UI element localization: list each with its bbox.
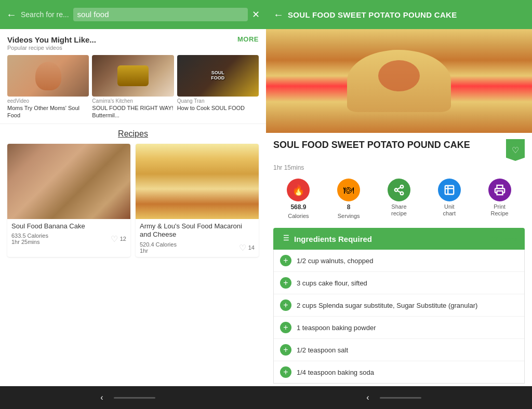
recipe-meta-right-1: ♡ 12 [111, 234, 126, 244]
recipe-full-title: SOUL FOOD SWEET POTATO POUND CAKE [273, 139, 501, 151]
ingredient-item-4: + 1 teaspoon baking powder [274, 317, 524, 339]
recipe-meta-1: 633.5 Calories 1hr 25mins ♡ 12 [11, 233, 126, 245]
recipe-calories-1: 633.5 Calories [11, 233, 48, 239]
recipe-card-2[interactable]: Army & Lou's Soul Food Macaroni and Chee… [136, 144, 259, 257]
ingredient-text-3: 2 cups Splenda sugar substitute, Sugar S… [297, 302, 477, 309]
add-ingredient-2-button[interactable]: + [280, 277, 291, 289]
video-desc-2: SOUL FOOD THE RIGHT WAY! Buttermil... [92, 104, 174, 119]
ingredient-item-3: + 2 cups Splenda sugar substitute, Sugar… [274, 294, 524, 317]
calories-icon: 🔥 [287, 179, 310, 201]
search-input-wrapper[interactable] [73, 8, 248, 21]
recipe-name-1: Soul Food Banana Cake [11, 222, 126, 231]
svg-line-4 [397, 187, 401, 189]
left-content: Videos You Might Like... Popular recipe … [0, 29, 266, 386]
recipe-time-1: 1hr 25mins [11, 239, 48, 245]
heart-icon-1[interactable]: ♡ [111, 234, 118, 244]
svg-rect-5 [445, 186, 454, 195]
recipe-time-2: 1hr [140, 248, 177, 254]
ingredients-count-label: Items [500, 235, 517, 243]
right-panel: ← SOUL FOOD SWEET POTATO POUND CAKE SOUL… [266, 0, 532, 409]
stat-calories[interactable]: 🔥 568.9 Calories [287, 179, 310, 220]
servings-icon: 🍽 [337, 179, 360, 201]
video-desc-1: Moms Try Other Moms' Soul Food [7, 104, 89, 119]
heart-icon-2[interactable]: ♡ [239, 243, 246, 253]
recipes-section: Recipes Soul Food Banana Cake 633.5 Calo… [0, 124, 266, 263]
back-arrow-icon[interactable]: ← [6, 9, 17, 21]
add-ingredient-1-button[interactable]: + [280, 255, 291, 266]
video-item-2[interactable]: Camirra's Kitchen SOUL FOOD THE RIGHT WA… [92, 55, 174, 119]
videos-title: Videos You Might Like... [7, 35, 96, 44]
servings-label: Servings [338, 213, 360, 220]
video-channel-2: Camirra's Kitchen [92, 98, 174, 104]
right-nav-indicator [380, 397, 421, 399]
video-channel-3: Quang Tran [177, 98, 259, 104]
recipes-heading: Recipes [7, 129, 259, 139]
recipe-card-1[interactable]: Soul Food Banana Cake 633.5 Calories 1hr… [7, 144, 130, 257]
video-thumbnails: eedVideo Moms Try Other Moms' Soul Food … [7, 55, 259, 119]
add-ingredient-5-button[interactable]: + [280, 344, 291, 356]
recipe-info-1: Soul Food Banana Cake 633.5 Calories 1hr… [7, 219, 130, 249]
more-link[interactable]: MORE [237, 35, 259, 43]
svg-point-1 [395, 188, 398, 192]
stat-print[interactable]: PrintRecipe [488, 179, 511, 220]
calories-label: Calories [288, 213, 309, 220]
recipe-hero [266, 29, 532, 133]
add-ingredient-6-button[interactable]: + [280, 366, 291, 378]
ingredients-count: 12 Items [490, 235, 517, 243]
svg-rect-8 [497, 191, 502, 195]
close-icon[interactable]: ✕ [252, 9, 260, 20]
recipe-meta-left-1: 633.5 Calories 1hr 25mins [11, 233, 48, 245]
ingredients-title-row: Ingredients Required [281, 233, 372, 244]
ingredient-item-5: + 1/2 teaspoon salt [274, 339, 524, 361]
recipe-back-arrow-icon[interactable]: ← [273, 9, 284, 21]
recipe-count-2: 14 [248, 244, 255, 251]
ingredient-text-6: 1/4 teaspoon baking soda [297, 369, 374, 376]
recipe-info-2: Army & Lou's Soul Food Macaroni and Chee… [136, 219, 259, 257]
unit-chart-icon [438, 179, 461, 201]
right-nav-prev-icon[interactable]: ‹ [356, 393, 379, 402]
recipe-meta-2: 520.4 Calories 1hr ♡ 14 [140, 241, 255, 254]
video-item-1[interactable]: eedVideo Moms Try Other Moms' Soul Food [7, 55, 89, 119]
videos-header: Videos You Might Like... Popular recipe … [7, 35, 259, 51]
right-content: SOUL FOOD SWEET POTATO POUND CAKE ♡ 1hr … [266, 133, 532, 386]
ingredient-item-2: + 3 cups cake flour, sifted [274, 272, 524, 294]
search-bar: ← Search for re... ✕ [0, 0, 266, 29]
ingredients-header: Ingredients Required 12 Items [273, 228, 525, 250]
ingredients-list: + 1/2 cup walnuts, chopped + 3 cups cake… [273, 250, 525, 384]
left-nav-prev-icon[interactable]: ‹ [90, 393, 113, 402]
videos-title-block: Videos You Might Like... Popular recipe … [7, 35, 96, 51]
svg-line-3 [397, 190, 401, 193]
recipe-title-row: SOUL FOOD SWEET POTATO POUND CAKE ♡ [273, 139, 525, 161]
stats-row: 🔥 568.9 Calories 🍽 8 Servings Sharerecip… [273, 179, 525, 220]
recipe-count-1: 12 [120, 236, 126, 242]
left-bottom-nav: ‹ [0, 386, 266, 409]
cake-shape [347, 50, 451, 112]
recipe-meta-right-2: ♡ 14 [239, 243, 255, 253]
add-ingredient-4-button[interactable]: + [280, 322, 291, 333]
svg-point-0 [401, 185, 404, 188]
svg-point-2 [401, 192, 404, 195]
video-desc-3: How to Cook SOUL FOOD [177, 104, 259, 112]
add-ingredient-3-button[interactable]: + [280, 299, 291, 311]
ingredient-text-5: 1/2 teaspoon salt [297, 346, 348, 354]
ingredient-item-6: + 1/4 teaspoon baking soda [274, 361, 524, 383]
recipe-header: ← SOUL FOOD SWEET POTATO POUND CAKE [266, 0, 532, 29]
video-channel-1: eedVideo [7, 98, 89, 104]
ingredient-text-2: 3 cups cake flour, sifted [297, 279, 367, 287]
search-label: Search for re... [21, 10, 69, 19]
stat-servings[interactable]: 🍽 8 Servings [337, 179, 360, 220]
stat-share[interactable]: Sharerecipe [388, 179, 410, 220]
print-icon [488, 179, 511, 201]
video-item-3[interactable]: SOULFOOD Quang Tran How to Cook SOUL FOO… [177, 55, 259, 119]
hero-image [266, 29, 532, 133]
search-input[interactable] [77, 10, 244, 19]
recipe-duration: 1hr 15mins [273, 164, 525, 171]
stat-unit-chart[interactable]: Unitchart [438, 179, 461, 220]
right-bottom-nav: ‹ [266, 386, 532, 409]
left-panel: ← Search for re... ✕ Videos You Might Li… [0, 0, 266, 409]
recipe-grid: Soul Food Banana Cake 633.5 Calories 1hr… [7, 144, 259, 257]
ingredients-title: Ingredients Required [294, 235, 372, 243]
bookmark-button[interactable]: ♡ [506, 139, 525, 161]
unit-chart-label: Unitchart [443, 203, 456, 217]
share-label: Sharerecipe [391, 203, 407, 217]
